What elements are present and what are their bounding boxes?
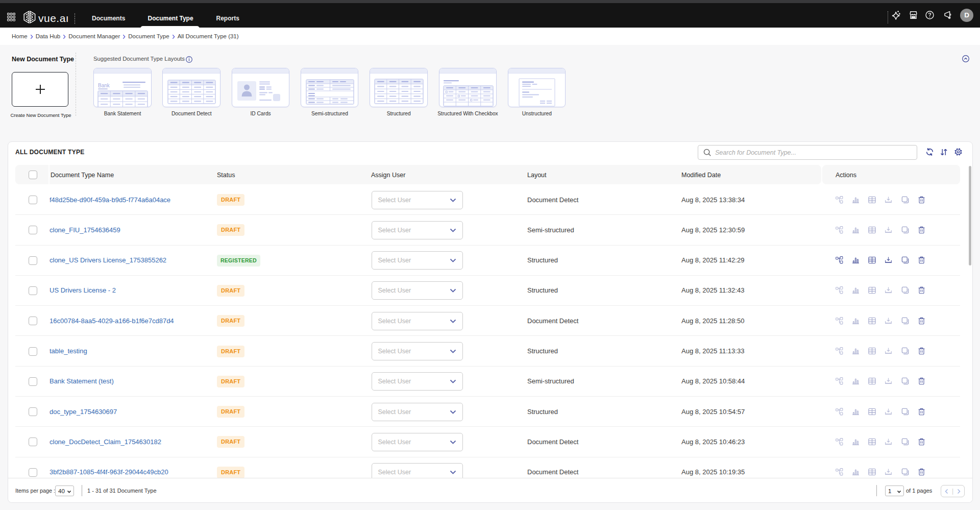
svg-text:Bank: Bank bbox=[98, 83, 110, 88]
